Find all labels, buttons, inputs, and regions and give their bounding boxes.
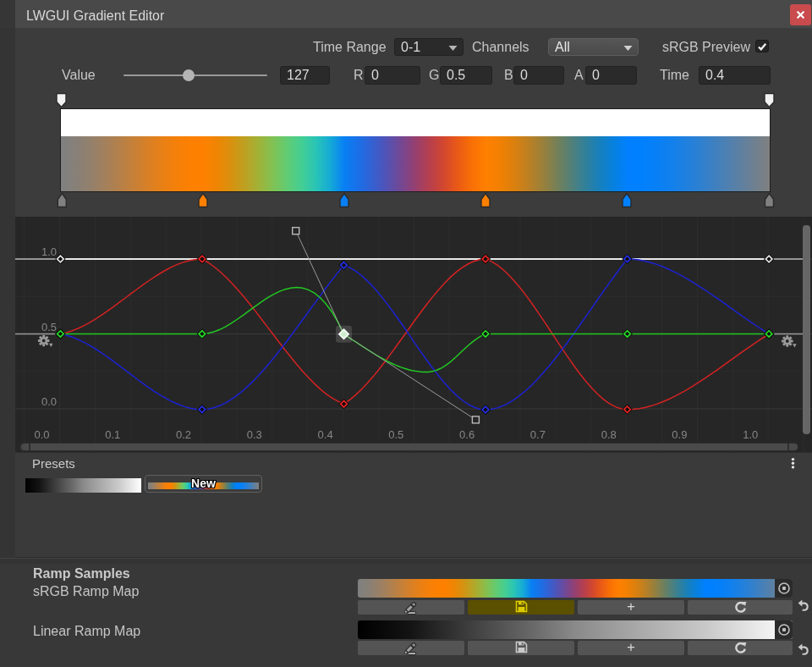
svg-text:0.3: 0.3 [247,428,262,441]
svg-text:0.9: 0.9 [672,428,687,441]
svg-text:0.0: 0.0 [34,428,49,441]
svg-text:0.5: 0.5 [388,428,403,441]
svg-text:0.1: 0.1 [105,428,120,441]
svg-text:0.7: 0.7 [530,428,546,441]
svg-text:1.0: 1.0 [41,245,57,258]
svg-text:0.0: 0.0 [41,395,57,408]
svg-text:0.2: 0.2 [176,428,191,441]
svg-text:0.8: 0.8 [601,428,617,441]
svg-text:0.6: 0.6 [459,428,475,441]
svg-text:0.4: 0.4 [318,428,333,441]
svg-text:1.0: 1.0 [743,428,758,441]
svg-text:0.5: 0.5 [41,321,57,334]
